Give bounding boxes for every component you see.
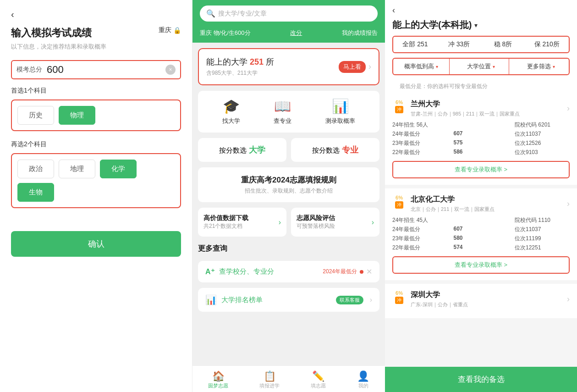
- search-section: 🔍 搜大学/专业/文章: [192, 0, 385, 29]
- find-university-action[interactable]: 🎓 找大学: [222, 98, 240, 125]
- fill-wish-icon: ✏️: [311, 370, 326, 382]
- can-attend-sub: 含985大学、211大学: [206, 69, 274, 77]
- subject-btn-physics[interactable]: 物理: [59, 106, 95, 125]
- query-ranking-icon: 📊: [205, 294, 217, 305]
- tab-match[interactable]: 稳 8所: [481, 37, 525, 52]
- uni-name-shenzhen: 深圳大学: [411, 290, 468, 300]
- view-my-selected-button[interactable]: 查看我的备选: [385, 367, 577, 392]
- can-attend-info: 能上的大学 251 所 含985大学、211大学: [206, 56, 274, 77]
- uni-card-header-lanzhou: 6% 冲 兰州大学 甘肃-兰州｜公办｜985｜211｜双一流｜国家重点 ›: [392, 99, 570, 117]
- subject-btn-chemistry[interactable]: 化学: [100, 160, 137, 178]
- nav-item-profile[interactable]: 👤 我的: [357, 370, 369, 389]
- first-subject-box: 历史 物理: [11, 99, 181, 131]
- uni-score-24-bjchem: 24年最低分 607 位次11037: [392, 226, 570, 233]
- title-dropdown-icon[interactable]: ▾: [474, 22, 478, 29]
- select-major-highlight: 专业: [342, 145, 358, 155]
- query-ranking-arrow: ›: [370, 296, 372, 304]
- nav-item-fill-progress[interactable]: 📋 填报进学: [259, 370, 280, 389]
- check-major-action[interactable]: 📖 查专业: [274, 98, 291, 125]
- back-button-right[interactable]: ‹: [392, 6, 570, 15]
- uni-card-header-bjchem: 6% 冲 北京化工大学 北京｜公办｜211｜双一流｜国家重点 ›: [392, 195, 570, 213]
- uni-info-shenzhen: 深圳大学 广东-深圳｜公办｜省重点: [411, 290, 468, 308]
- score-select-university[interactable]: 按分数选 大学: [198, 138, 286, 162]
- data-download-sub: 共21个数据文档: [203, 222, 248, 230]
- now-button[interactable]: 马上看: [339, 61, 366, 73]
- panel-mid: 🔍 搜大学/专业/文章 重庆 物/化/生600分 改分 我的成绩报告 能上的大学…: [192, 0, 385, 392]
- my-report-button[interactable]: 我的成绩报告: [342, 29, 378, 37]
- subject-btn-geography[interactable]: 地理: [59, 160, 95, 178]
- clear-score-button[interactable]: ×: [165, 65, 176, 75]
- second-subject-row: 政治 地理 化学 生物: [17, 160, 175, 202]
- can-attend-title: 能上的大学 251 所: [206, 56, 274, 67]
- uni-card-bjchem: 6% 冲 北京化工大学 北京｜公办｜211｜双一流｜国家重点 › 24年招生 4…: [385, 188, 577, 280]
- select-university-highlight: 大学: [249, 145, 265, 155]
- score-input[interactable]: [47, 64, 83, 76]
- prob-badge-lanzhou: 6% 冲: [392, 99, 406, 113]
- score-info-text: 重庆 物/化/生600分: [200, 29, 251, 37]
- right-title-row: 能上的大学(本科批) ▾: [392, 19, 570, 31]
- view-prob-btn-bjchem[interactable]: 查看专业录取概率 >: [392, 256, 570, 274]
- uni-name-lanzhou: 兰州大学: [411, 99, 520, 109]
- subject-btn-politics[interactable]: 政治: [17, 160, 54, 178]
- second-subject-box: 政治 地理 化学 生物: [11, 153, 181, 208]
- uni-card-arrow-shenzhen: ›: [567, 294, 570, 304]
- risk-assess-arrow: ›: [372, 218, 374, 226]
- query-item-ranking[interactable]: 📊 大学排名榜单 联系客服 ›: [198, 288, 379, 312]
- filter-prob[interactable]: 概率低到高 ▾: [393, 59, 450, 74]
- nav-profile-label: 我的: [357, 382, 369, 389]
- measure-prob-icon: 📊: [325, 98, 355, 114]
- view-prob-btn-lanzhou[interactable]: 查看专业录取概率 >: [392, 161, 570, 178]
- search-bar[interactable]: 🔍 搜大学/专业/文章: [200, 6, 378, 22]
- nav-fill-wish-label: 填志愿: [311, 382, 326, 389]
- filter-location-label: 大学位置: [467, 62, 491, 71]
- confirm-button[interactable]: 确认: [11, 231, 181, 257]
- can-attend-count: 251: [250, 57, 264, 66]
- query-item-scores[interactable]: A⁺ 查学校分、专业分 2024年最低分 ✕: [198, 261, 379, 282]
- filter-location-arrow: ▾: [493, 64, 495, 69]
- uni-tags-shenzhen: 广东-深圳｜公办｜省重点: [411, 301, 468, 308]
- back-button-left[interactable]: ‹: [11, 9, 181, 20]
- subject-btn-biology[interactable]: 生物: [17, 183, 54, 202]
- filter-more[interactable]: 更多筛选 ▾: [513, 59, 569, 74]
- uni-card-header-shenzhen: 6% 冲 深圳大学 广东-深圳｜公办｜省重点 ›: [392, 290, 570, 308]
- tab-all[interactable]: 全部 251: [393, 37, 437, 52]
- uni-info-lanzhou: 兰州大学 甘肃-兰州｜公办｜985｜211｜双一流｜国家重点: [411, 99, 520, 117]
- nav-item-home[interactable]: 🏠 圆梦志愿: [208, 370, 228, 389]
- query-scores-close[interactable]: ✕: [366, 267, 372, 276]
- uni-score-23-lanzhou: 23年最低分 575 位次12526: [392, 139, 570, 147]
- risk-assess-title: 志愿风险评估: [297, 214, 335, 222]
- score-info-bar: 重庆 物/化/生600分 改分 我的成绩报告: [192, 29, 385, 43]
- filter-location[interactable]: 大学位置 ▾: [453, 59, 510, 74]
- chong-tag-shenzhen: 冲: [395, 297, 403, 304]
- uni-score-22-bjchem: 22年最低分 574 位次12251: [392, 244, 570, 252]
- uni-name-bjchem: 北京化工大学: [411, 195, 495, 204]
- prob-badge-shenzhen: 6% 冲: [392, 290, 406, 304]
- chong-tag-lanzhou: 冲: [395, 106, 403, 113]
- measure-prob-action[interactable]: 📊 测录取概率: [325, 98, 355, 125]
- uni-card-arrow-lanzhou: ›: [567, 104, 570, 113]
- prob-pct-bjchem: 6%: [396, 195, 403, 200]
- subject-btn-history[interactable]: 历史: [17, 106, 54, 125]
- data-download-button[interactable]: 高价值数据下载 共21个数据文档 ›: [198, 208, 286, 237]
- tab-safe[interactable]: 保 210所: [525, 37, 569, 52]
- lock-icon: 🔒: [173, 27, 181, 34]
- profile-icon: 👤: [357, 370, 369, 382]
- uni-card-shenzhen: 6% 冲 深圳大学 广东-深圳｜公办｜省重点 ›: [385, 284, 577, 318]
- score-select-row: 按分数选 大学 按分数选 专业: [198, 138, 379, 162]
- uni-info-bjchem: 北京化工大学 北京｜公办｜211｜双一流｜国家重点: [411, 195, 495, 213]
- risk-assess-button[interactable]: 志愿风险评估 可预警落榜风险 ›: [291, 208, 379, 237]
- score-select-major[interactable]: 按分数选 专业: [291, 138, 379, 162]
- filter-more-arrow: ▾: [553, 64, 555, 69]
- uni-tags-lanzhou: 甘肃-兰州｜公办｜985｜211｜双一流｜国家重点: [411, 110, 520, 117]
- ad-card[interactable]: 重庆高考2024志愿填报规则 招生批次、录取规则、志愿个数介绍: [198, 167, 379, 202]
- score-input-section: 模考总分 ×: [11, 60, 181, 79]
- query-scores-label: 查学校分、专业分: [219, 267, 319, 276]
- nav-fill-progress-label: 填报进学: [259, 382, 280, 389]
- change-score-button[interactable]: 改分: [290, 29, 302, 37]
- filter-row: 概率低到高 ▾ 大学位置 ▾ 更多筛选 ▾: [392, 58, 570, 75]
- tab-reach[interactable]: 冲 33所: [437, 37, 481, 52]
- can-attend-card[interactable]: 能上的大学 251 所 含985大学、211大学 马上看 ›: [198, 48, 379, 85]
- uni-score-24-lanzhou: 24年最低分 607 位次11037: [392, 130, 570, 138]
- nav-item-fill-wish[interactable]: ✏️ 填志愿: [311, 370, 326, 389]
- home-icon: 🏠: [208, 370, 228, 382]
